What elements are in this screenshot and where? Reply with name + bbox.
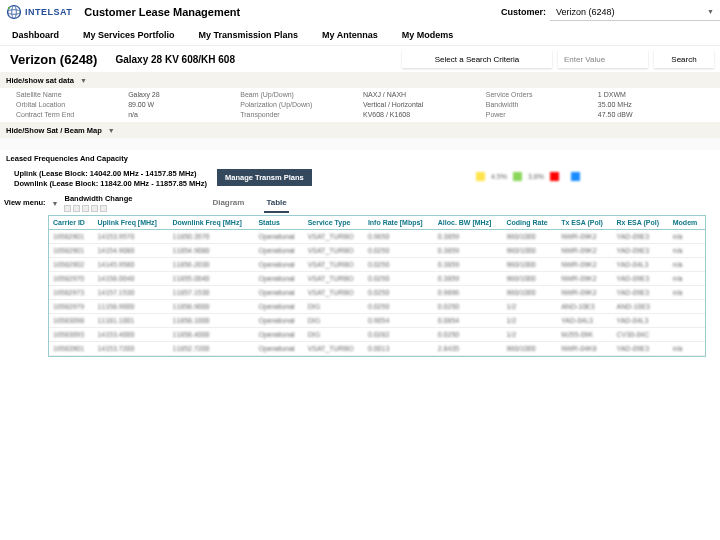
- app-header: INTELSAT Customer Lease Management Custo…: [0, 0, 720, 24]
- tab-table[interactable]: Table: [264, 194, 288, 213]
- carrier-table-wrap: Carrier IDUplink Freq [MHz]Downlink Freq…: [48, 215, 706, 357]
- capacity-legend: 4.5%3.8%: [476, 169, 706, 183]
- lease-uplink: Uplink (Lease Block: 14042.00 MHz - 1415…: [14, 169, 207, 179]
- section-leased: Leased Frequencies And Capacity: [0, 150, 720, 167]
- table-row[interactable]: 1658290214145.958011856.2030OperationalV…: [49, 257, 705, 271]
- table-header[interactable]: Tx ESA (Pol): [557, 216, 612, 230]
- brand-logo: INTELSAT: [0, 4, 78, 20]
- table-header[interactable]: Info Rate [Mbps]: [364, 216, 434, 230]
- search-button[interactable]: Search: [654, 50, 714, 68]
- customer-value: Verizon (6248): [556, 7, 615, 17]
- table-header[interactable]: Service Type: [304, 216, 364, 230]
- tab-diagram[interactable]: Diagram: [210, 194, 246, 213]
- table-row[interactable]: 1658290114154.908011854.9080OperationalV…: [49, 243, 705, 257]
- nav-dashboard[interactable]: Dashboard: [0, 30, 71, 40]
- toggle-label: Hide/Show Sat / Beam Map: [6, 126, 102, 135]
- table-row[interactable]: 1658297314157.153011857.1530OperationalV…: [49, 285, 705, 299]
- table-header[interactable]: Downlink Freq [MHz]: [169, 216, 255, 230]
- lease-row: Uplink (Lease Block: 14042.00 MHz - 1415…: [0, 167, 720, 191]
- view-row: View menu: ▼ Bandwidth Change Diagram Ta…: [0, 192, 720, 213]
- customer-select[interactable]: Verizon (6248) ▼: [550, 3, 720, 21]
- table-header[interactable]: Alloc. BW [MHz]: [434, 216, 503, 230]
- table-row[interactable]: 1658309314153.400011858.4000OperationalD…: [49, 327, 705, 341]
- brand-name: INTELSAT: [25, 7, 72, 17]
- globe-icon: [6, 4, 22, 20]
- chevron-down-icon: ▼: [707, 8, 714, 15]
- lease-downlink: Downlink (Lease Block: 11842.00 MHz - 11…: [14, 179, 207, 189]
- nav-transmission[interactable]: My Transmission Plans: [187, 30, 311, 40]
- toggle-label: Hide/show sat data: [6, 76, 74, 85]
- table-header[interactable]: Status: [254, 216, 303, 230]
- carrier-table: Carrier IDUplink Freq [MHz]Downlink Freq…: [49, 216, 705, 356]
- nav-antennas[interactable]: My Antennas: [310, 30, 390, 40]
- view-tabs: Diagram Table: [210, 194, 288, 213]
- lease-info: Uplink (Lease Block: 14042.00 MHz - 1415…: [14, 169, 207, 189]
- table-row[interactable]: 1658390114153.720011852.7200OperationalV…: [49, 341, 705, 355]
- table-header[interactable]: Modem: [669, 216, 705, 230]
- table-row[interactable]: 1658290114153.957011850.3570OperationalV…: [49, 229, 705, 243]
- table-header[interactable]: Rx ESA (Pol): [613, 216, 669, 230]
- search-criteria-select[interactable]: Select a Search Criteria: [402, 50, 552, 68]
- customer-label: Customer:: [501, 7, 550, 17]
- table-row[interactable]: 1658297014158.004011855.0040OperationalV…: [49, 271, 705, 285]
- table-header[interactable]: Carrier ID: [49, 216, 93, 230]
- app-title: Customer Lease Management: [84, 6, 240, 18]
- nav-modems[interactable]: My Modems: [390, 30, 466, 40]
- table-row[interactable]: 1658309811181.100111858.1000OperationalD…: [49, 313, 705, 327]
- bandwidth-slots: [64, 205, 132, 212]
- table-header[interactable]: Coding Rate: [502, 216, 557, 230]
- table-row[interactable]: 1658297911158.900011858.9000OperationalD…: [49, 299, 705, 313]
- search-input[interactable]: Enter Value: [558, 50, 648, 68]
- bandwidth-change[interactable]: Bandwidth Change: [64, 194, 132, 212]
- chevron-down-icon: ▼: [80, 77, 87, 84]
- main-nav: Dashboard My Services Portfolio My Trans…: [0, 24, 720, 46]
- view-menu-label: View menu:: [4, 199, 46, 207]
- manage-transmission-button[interactable]: Manage Transm Plans: [217, 169, 312, 186]
- page-title: Verizon (6248): [0, 52, 107, 67]
- svg-point-1: [8, 10, 21, 15]
- toggle-beam-map[interactable]: Hide/Show Sat / Beam Map ▼: [0, 122, 720, 138]
- nav-services[interactable]: My Services Portfolio: [71, 30, 187, 40]
- sat-data-block: Satellite NameGalaxy 28Beam (Up/Down)NAX…: [0, 88, 720, 122]
- svg-point-2: [12, 6, 17, 19]
- beam-map-placeholder: [0, 138, 720, 150]
- svg-point-3: [8, 7, 10, 9]
- table-header[interactable]: Uplink Freq [MHz]: [93, 216, 168, 230]
- page-subtitle: Galaxy 28 KV 608/KH 608: [115, 54, 235, 65]
- sub-header: Verizon (6248) Galaxy 28 KV 608/KH 608 S…: [0, 46, 720, 72]
- chevron-down-icon[interactable]: ▼: [52, 200, 59, 207]
- chevron-down-icon: ▼: [108, 127, 115, 134]
- toggle-sat-data[interactable]: Hide/show sat data ▼: [0, 72, 720, 88]
